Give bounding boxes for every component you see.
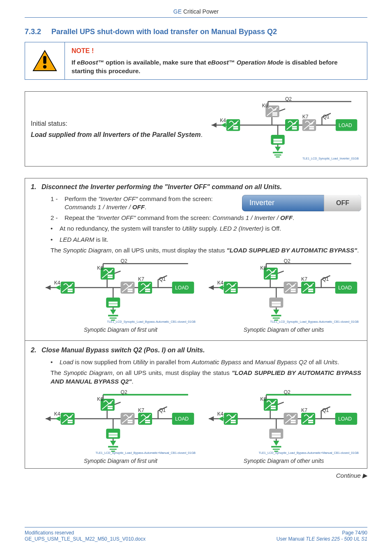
svg-text:Q1: Q1 <box>322 276 329 282</box>
svg-point-28 <box>43 65 46 68</box>
step-1-bullet-2: LED ALARM is lit. <box>51 236 361 244</box>
svg-text:TLE1_LCD_Synoptic_Load_Bypass-: TLE1_LCD_Synoptic_Load_Bypass-Automatic+… <box>258 451 359 455</box>
page-footer: Modifications reserved GE_UPS_USM_TLE_SU… <box>25 527 367 543</box>
step-1-sub-2: 2 - Repeat the "Inverter OFF" command fr… <box>51 214 361 222</box>
procedure-panel: 1.Disconnect the Inverter performing the… <box>25 178 367 469</box>
step-2-bullet-1: Load is now supplied from Utility in par… <box>51 358 361 366</box>
svg-text:K4: K4 <box>220 118 226 123</box>
svg-text:Q1: Q1 <box>323 114 330 120</box>
svg-text:K6: K6 <box>260 265 266 271</box>
svg-text:K7: K7 <box>138 407 144 413</box>
svg-text:K4: K4 <box>217 280 224 286</box>
svg-text:K4: K4 <box>54 411 60 417</box>
svg-text:K6: K6 <box>260 396 266 402</box>
section-number: 7.3.2 <box>25 28 49 36</box>
step-2-diagram-first: Q2 K6 K4 K7 Q1 LOAD TLE1_LCD_Synoptic_Lo… <box>43 390 198 464</box>
svg-text:LOAD: LOAD <box>338 285 352 291</box>
svg-text:Q2: Q2 <box>121 390 127 395</box>
product-line: Critical Power <box>183 8 219 15</box>
svg-text:LOAD: LOAD <box>175 285 189 291</box>
note-box: NOTE ! If eBoost™ option is available, m… <box>25 42 367 80</box>
svg-text:TLE1_LCD_Synoptic_Load_Bypass-: TLE1_LCD_Synoptic_Load_Bypass-Automatic_… <box>270 320 359 324</box>
svg-text:Q1: Q1 <box>159 407 166 413</box>
step-1-bullet-1: At no redundancy, the system will transf… <box>51 224 361 233</box>
svg-text:Q2: Q2 <box>284 390 291 395</box>
continue-indicator: Continue ▶ <box>25 472 367 479</box>
footer-modifications: Modifications reserved <box>25 530 145 536</box>
step-2-heading: 2.Close Manual Bypass switch Q2 (Pos. I)… <box>31 347 361 354</box>
svg-text:TLE1_LCD_Synoptic_Load_Inverte: TLE1_LCD_Synoptic_Load_Inverter_01GB <box>302 157 359 160</box>
svg-text:K6: K6 <box>262 103 268 109</box>
note-body: If eBoost™ option is available, make sur… <box>71 58 360 75</box>
svg-text:LOAD: LOAD <box>339 123 352 128</box>
svg-text:K6: K6 <box>97 396 103 402</box>
step-1-diagram-first: Q2 K6 K4 K7 Q1 LOAD TLE1_LCD_Synoptic_Lo… <box>43 259 198 333</box>
svg-text:Q1: Q1 <box>159 276 166 282</box>
footer-page: Page 74/90 <box>277 530 367 536</box>
inverter-off-button[interactable]: OFF <box>324 195 361 211</box>
footer-manual: User Manual TLE Series 225 - 500 UL S1 <box>277 536 367 543</box>
svg-text:LOAD: LOAD <box>338 416 352 422</box>
svg-marker-43 <box>55 285 60 290</box>
warning-icon <box>25 42 65 79</box>
step-1-sub-1: 1 - Perform the "Inverter OFF" command f… <box>51 195 234 212</box>
section-heading: 7.3.2 Parallel UPS shut-down with load t… <box>25 28 367 36</box>
note-title: NOTE ! <box>71 46 360 56</box>
svg-text:K4: K4 <box>217 411 224 417</box>
svg-text:K6: K6 <box>97 265 103 271</box>
svg-text:TLE1_LCD_Synoptic_Load_Bypass-: TLE1_LCD_Synoptic_Load_Bypass-Automatic+… <box>95 451 196 455</box>
page-header: GE Critical Power <box>25 8 367 18</box>
svg-text:LOAD: LOAD <box>175 416 189 422</box>
step-2-diagram-other: Q2 K6 K4 K7 Q1 LOAD TLE1_LCD_Synoptic_Lo… <box>206 390 361 464</box>
svg-text:K4: K4 <box>54 280 60 286</box>
svg-marker-69 <box>218 416 223 421</box>
footer-filename: GE_UPS_USM_TLE_SUL_M22_M50_1US_V010.docx <box>25 536 145 543</box>
initial-status-panel: Initial status: Load supplied from all I… <box>25 91 367 166</box>
step-1-heading: 1.Disconnect the Inverter performing the… <box>31 183 361 191</box>
brand: GE <box>173 8 182 15</box>
svg-text:TLE1_LCD_Synoptic_Load_Bypass-: TLE1_LCD_Synoptic_Load_Bypass-Automatic_… <box>107 320 196 324</box>
step-2-status-text: The Synoptic Diagram, on all UPS units, … <box>51 369 361 386</box>
step-1-status-text: The Synoptic Diagram, on all UPS units, … <box>51 246 361 254</box>
svg-marker-60 <box>55 416 60 421</box>
svg-text:K7: K7 <box>138 276 144 282</box>
svg-text:Q1: Q1 <box>322 407 329 413</box>
svg-text:Q2: Q2 <box>285 97 292 102</box>
svg-text:Q2: Q2 <box>284 259 291 264</box>
inverter-off-control: Inverter OFF <box>242 195 361 211</box>
step-1-diagram-other: Q2 K6 K4 K7 Q1 LOAD TLE1_LCD_Synoptic_Lo… <box>206 259 361 333</box>
svg-marker-51 <box>218 285 223 290</box>
svg-rect-27 <box>43 56 46 64</box>
svg-text:K7: K7 <box>302 114 309 120</box>
synoptic-diagram-initial: Q2 K6 K4 K7 Q1 LOAD TLE1_LCD_Synoptic_Lo… <box>209 97 361 162</box>
initial-text: Load supplied from all Inverters of the … <box>31 131 201 138</box>
inverter-label: Inverter <box>242 195 324 211</box>
initial-label: Initial status: <box>31 119 203 128</box>
svg-text:K7: K7 <box>301 407 307 413</box>
svg-text:Q2: Q2 <box>121 259 127 264</box>
svg-text:K7: K7 <box>301 276 307 282</box>
section-title: Parallel UPS shut-down with load transfe… <box>51 28 277 36</box>
